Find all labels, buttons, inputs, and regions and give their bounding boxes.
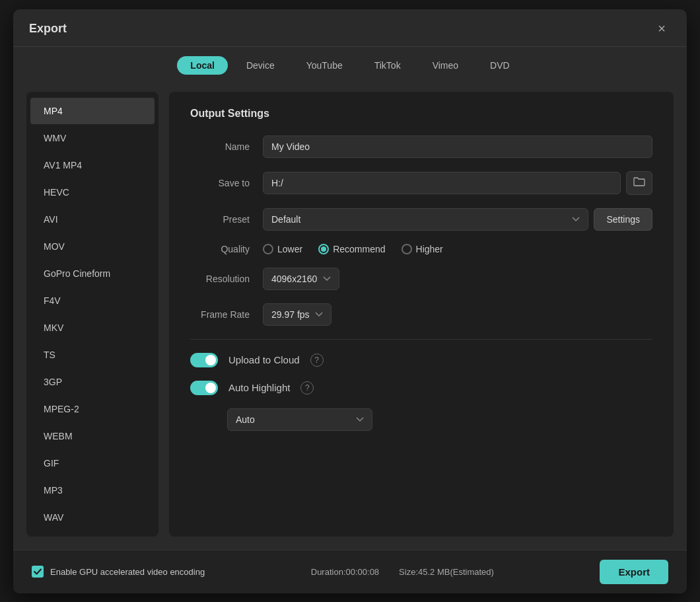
resolution-row: Resolution 4096x2160 1920x1080 1280x720 — [190, 268, 652, 290]
name-value — [263, 135, 652, 158]
dialog-footer: Enable GPU accelerated video encoding Du… — [13, 550, 687, 593]
quality-higher-radio[interactable] — [402, 244, 412, 254]
tab-vimeo[interactable]: Vimeo — [419, 56, 472, 75]
gpu-encoding-label: Enable GPU accelerated video encoding — [50, 567, 205, 577]
format-item-mov[interactable]: MOV — [30, 233, 155, 260]
auto-highlight-slider — [190, 381, 218, 395]
folder-browse-button[interactable] — [626, 171, 652, 195]
dialog-body: MP4 WMV AV1 MP4 HEVC AVI MOV GoPro Cinef… — [13, 81, 687, 550]
tab-youtube[interactable]: YouTube — [293, 56, 356, 75]
format-item-ts[interactable]: TS — [30, 342, 155, 368]
auto-highlight-toggle[interactable] — [190, 381, 218, 395]
gpu-encoding-checkbox[interactable] — [32, 566, 44, 578]
settings-panel: Output Settings Name Save to — [169, 92, 674, 537]
save-to-label: Save to — [190, 178, 263, 188]
upload-to-cloud-label: Upload to Cloud — [228, 354, 300, 365]
settings-button[interactable]: Settings — [594, 208, 652, 231]
export-dialog: Export × Local Device YouTube TikTok Vim… — [13, 9, 687, 593]
resolution-value: 4096x2160 1920x1080 1280x720 — [263, 268, 652, 290]
quality-higher[interactable]: Higher — [402, 244, 443, 254]
name-label: Name — [190, 141, 263, 152]
divider — [190, 339, 652, 340]
upload-to-cloud-help-icon[interactable]: ? — [310, 354, 324, 367]
resolution-select[interactable]: 4096x2160 1920x1080 1280x720 — [263, 268, 339, 290]
tab-device[interactable]: Device — [233, 56, 288, 75]
upload-to-cloud-slider — [190, 353, 218, 367]
quality-recommend-radio[interactable] — [318, 244, 329, 254]
preset-row: Preset Default Custom Settings — [190, 208, 652, 231]
duration-info: Duration:00:00:08 — [311, 567, 379, 577]
quality-options: Lower Recommend Higher — [263, 244, 652, 254]
auto-highlight-mode-select[interactable]: Auto Manual — [227, 408, 372, 431]
format-item-mp4[interactable]: MP4 — [30, 98, 155, 124]
auto-highlight-row: Auto Highlight ? — [190, 381, 652, 395]
format-item-3gp[interactable]: 3GP — [30, 369, 155, 395]
quality-recommend[interactable]: Recommend — [318, 244, 385, 254]
auto-highlight-label: Auto Highlight — [228, 382, 290, 393]
quality-recommend-label: Recommend — [333, 244, 385, 254]
quality-lower[interactable]: Lower — [263, 244, 302, 254]
save-to-value — [263, 171, 652, 195]
format-item-webm[interactable]: WEBM — [30, 423, 155, 449]
frame-rate-row: Frame Rate 29.97 fps 24 fps 30 fps 60 fp… — [190, 303, 652, 326]
close-button[interactable]: × — [652, 20, 671, 38]
footer-left: Enable GPU accelerated video encoding — [32, 566, 205, 578]
frame-rate-select[interactable]: 29.97 fps 24 fps 30 fps 60 fps — [263, 303, 332, 326]
auto-highlight-help-icon[interactable]: ? — [300, 381, 314, 395]
preset-select[interactable]: Default Custom — [263, 208, 588, 231]
format-item-wmv[interactable]: WMV — [30, 125, 155, 151]
format-item-av1mp4[interactable]: AV1 MP4 — [30, 152, 155, 178]
format-item-mpeg2[interactable]: MPEG-2 — [30, 396, 155, 422]
save-to-input[interactable] — [263, 172, 621, 194]
settings-panel-title: Output Settings — [190, 108, 652, 120]
export-button[interactable]: Export — [600, 560, 668, 584]
size-info: Size:45.2 MB(Estimated) — [399, 567, 494, 577]
save-to-row: Save to — [190, 171, 652, 195]
frame-rate-label: Frame Rate — [190, 309, 263, 320]
name-row: Name — [190, 135, 652, 158]
name-input[interactable] — [263, 135, 652, 158]
upload-to-cloud-toggle[interactable] — [190, 353, 218, 367]
quality-higher-label: Higher — [416, 244, 443, 254]
footer-center: Duration:00:00:08 Size:45.2 MB(Estimated… — [311, 567, 494, 577]
tabs-bar: Local Device YouTube TikTok Vimeo DVD — [13, 47, 687, 81]
quality-lower-radio[interactable] — [263, 244, 273, 254]
dialog-title: Export — [29, 22, 67, 36]
format-item-hevc[interactable]: HEVC — [30, 179, 155, 206]
preset-value: Default Custom Settings — [263, 208, 652, 231]
frame-rate-value: 29.97 fps 24 fps 30 fps 60 fps — [263, 303, 652, 326]
tab-local[interactable]: Local — [177, 56, 228, 75]
quality-row: Quality Lower Recommend High — [190, 244, 652, 254]
upload-to-cloud-row: Upload to Cloud ? — [190, 353, 652, 367]
format-item-f4v[interactable]: F4V — [30, 287, 155, 314]
format-item-avi[interactable]: AVI — [30, 206, 155, 233]
format-item-gif[interactable]: GIF — [30, 450, 155, 476]
format-item-mkv[interactable]: MKV — [30, 315, 155, 341]
format-item-goprocineform[interactable]: GoPro Cineform — [30, 260, 155, 287]
preset-label: Preset — [190, 214, 263, 225]
quality-lower-label: Lower — [277, 244, 302, 254]
resolution-label: Resolution — [190, 274, 263, 284]
format-item-wav[interactable]: WAV — [30, 504, 155, 531]
auto-highlight-mode-row: Auto Manual — [190, 408, 652, 431]
quality-label: Quality — [190, 244, 263, 254]
dialog-header: Export × — [13, 9, 687, 47]
tab-tiktok[interactable]: TikTok — [361, 56, 414, 75]
tab-dvd[interactable]: DVD — [477, 56, 523, 75]
format-list: MP4 WMV AV1 MP4 HEVC AVI MOV GoPro Cinef… — [26, 92, 158, 537]
format-item-mp3[interactable]: MP3 — [30, 477, 155, 504]
